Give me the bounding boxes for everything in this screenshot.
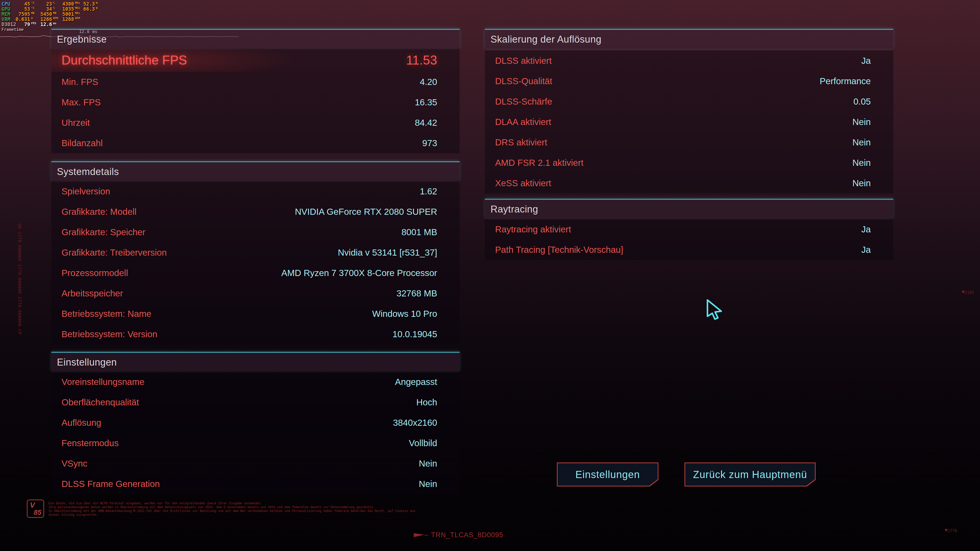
train-station-marker: TRN_TLCAS_8D0095 — [414, 531, 503, 539]
settings-button-label[interactable]: Einstellungen — [558, 463, 658, 486]
osd-unit: FPS — [30, 22, 36, 25]
row-value: Nein — [419, 479, 437, 489]
marker-square-icon — [962, 291, 964, 293]
section-header-systemdetails: Systemdetails — [51, 161, 460, 181]
row-label: Betriebssystem: Version — [62, 329, 157, 339]
average-fps-value: 11.53 — [406, 53, 437, 68]
upscaling-row: DLSS-Schärfe 0.05 — [485, 91, 893, 112]
row-label: Grafikkarte: Speicher — [62, 227, 145, 237]
upscaling-row: DLAA aktiviert Nein — [485, 112, 893, 132]
upscaling-row: DLSS aktiviert Ja — [485, 51, 893, 71]
osd-fan-rpm: 1266 — [40, 16, 52, 22]
v85-badge: V 85 — [27, 499, 44, 518]
row-label: Min. FPS — [62, 77, 98, 87]
back-to-main-menu-button[interactable]: Zurück zum Hauptmenü — [684, 462, 816, 486]
row-label: Uhrzeit — [62, 118, 90, 128]
marker-value: 2778 — [948, 529, 957, 533]
v85-badge-v: V — [30, 501, 35, 510]
setting-row: Fenstermodus Vollbild — [51, 433, 460, 453]
row-label: DRS aktiviert — [495, 137, 547, 148]
row-value: NVIDIA GeForce RTX 2080 SUPER — [295, 206, 437, 217]
back-to-main-menu-button-label[interactable]: Zurück zum Hauptmenü — [685, 463, 815, 486]
system-row: Prozessormodell AMD Ryzen 7 3700X 8-Core… — [51, 263, 460, 283]
disclaimer-line: In Übereinstimmung mit der OMB-Bekanntma… — [48, 509, 431, 513]
ergebnisse-rows: Min. FPS 4.20 Max. FPS 16.35 Uhrzeit 84.… — [51, 72, 460, 153]
row-value: Nvidia v 53141 [r531_37] — [338, 248, 437, 258]
row-label: Grafikkarte: Modell — [62, 206, 137, 217]
debug-coordinates-vertical: OB 2778.000000 2778.000000 2778.000000 C… — [17, 224, 22, 335]
row-value: 973 — [422, 138, 437, 148]
row-value: 8001 MB — [401, 227, 437, 237]
setting-row: Auflösung 3840x2160 — [51, 413, 460, 433]
section-header-einstellungen: Einstellungen — [51, 352, 460, 372]
row-label: Arbeitsspeicher — [62, 288, 123, 299]
v85-badge-number: 85 — [34, 509, 41, 516]
row-value: 16.35 — [415, 97, 437, 107]
edge-marker-upper: 1185 — [962, 290, 974, 295]
osd-unit: °C — [30, 6, 35, 10]
system-row: Grafikkarte: Treiberversion Nvidia v 531… — [51, 242, 460, 263]
osd-cpu-temp: 45 — [24, 1, 30, 6]
osd-unit: MB — [30, 11, 35, 15]
upscaling-row: DLSS-Qualität Performance — [485, 71, 893, 91]
edge-marker-lower: 2778 — [945, 529, 957, 533]
osd-fps-value: 79 — [24, 21, 30, 27]
system-row: Spielversion 1.62 — [51, 181, 460, 202]
row-label: Max. FPS — [62, 97, 101, 107]
system-row: Grafikkarte: Modell NVIDIA GeForce RTX 2… — [51, 202, 460, 222]
osd-mem-vram: 5450 — [40, 11, 52, 17]
marker-square-icon — [945, 529, 947, 531]
row-label: Fenstermodus — [62, 438, 119, 448]
osd-gpu-temp: 53 — [24, 6, 30, 12]
raytracing-row: Raytracing aktiviert Ja — [485, 219, 893, 240]
section-header-ergebnisse: Ergebnisse — [51, 29, 460, 49]
skalierung-rows: DLSS aktiviert Ja DLSS-Qualität Performa… — [485, 51, 893, 193]
system-row: Arbeitsspeicher 32768 MB — [51, 283, 460, 303]
section-title: Systemdetails — [57, 166, 119, 177]
settings-button[interactable]: Einstellungen — [557, 462, 659, 486]
row-value: 84.42 — [415, 118, 437, 128]
setting-row: Voreinstellungsname Angepasst — [51, 372, 460, 392]
row-label: Spielversion — [62, 186, 110, 197]
row-label: Raytracing aktiviert — [495, 224, 571, 234]
row-label: Betriebssystem: Name — [62, 309, 151, 319]
row-label: Grafikkarte: Treiberversion — [62, 248, 167, 258]
row-value: Ja — [861, 224, 871, 234]
row-value: 4.20 — [420, 77, 437, 87]
row-value: 1.62 — [420, 186, 437, 197]
result-row: Max. FPS 16.35 — [51, 92, 460, 113]
systemdetails-rows: Spielversion 1.62 Grafikkarte: Modell NV… — [51, 181, 460, 345]
row-label: Auflösung — [62, 418, 101, 428]
row-label: DLSS Frame Generation — [62, 479, 160, 489]
row-value: Nein — [853, 117, 871, 127]
average-fps-row: Durchschnittliche FPS 11.53 — [51, 49, 460, 72]
row-label: DLSS-Schärfe — [495, 97, 552, 106]
row-value: Ja — [861, 56, 871, 66]
row-label: VSync — [62, 458, 87, 468]
marker-value: 1185 — [965, 290, 974, 295]
osd-api-label: D3D12 — [2, 21, 18, 27]
disclaimer-line: dieser Sitzung zuzugreifen. — [48, 513, 431, 517]
row-value: 0.05 — [853, 97, 871, 106]
row-value: Ja — [861, 245, 871, 255]
osd-mem-label: MEM — [2, 11, 18, 17]
result-row: Min. FPS 4.20 — [51, 72, 460, 92]
system-row: Betriebssystem: Name Windows 10 Pro — [51, 303, 460, 324]
setting-row: VSync Nein — [51, 453, 460, 474]
row-label: DLSS-Qualität — [495, 76, 552, 86]
osd-gpu-label: GPU — [2, 6, 18, 12]
train-id-label: TRN_TLCAS_8D0095 — [431, 531, 503, 539]
raytracing-rows: Raytracing aktiviert Ja Path Tracing [Te… — [485, 219, 893, 260]
setting-row: Oberflächenqualität Hoch — [51, 392, 460, 413]
system-row: Grafikkarte: Speicher 8001 MB — [51, 222, 460, 242]
section-title: Skalierung der Auflösung — [490, 34, 601, 45]
mouse-cursor-icon — [706, 299, 724, 320]
osd-cpu-label: CPU — [2, 1, 18, 6]
osd-unit: V — [30, 17, 33, 20]
row-label: DLSS aktiviert — [495, 56, 552, 66]
row-label: Oberflächenqualität — [62, 397, 139, 407]
osd-frametime-value: 12.6 — [40, 21, 52, 27]
row-label: XeSS aktiviert — [495, 178, 551, 188]
osd-unit: °C — [30, 1, 35, 5]
system-row: Betriebssystem: Version 10.0.19045 — [51, 324, 460, 345]
